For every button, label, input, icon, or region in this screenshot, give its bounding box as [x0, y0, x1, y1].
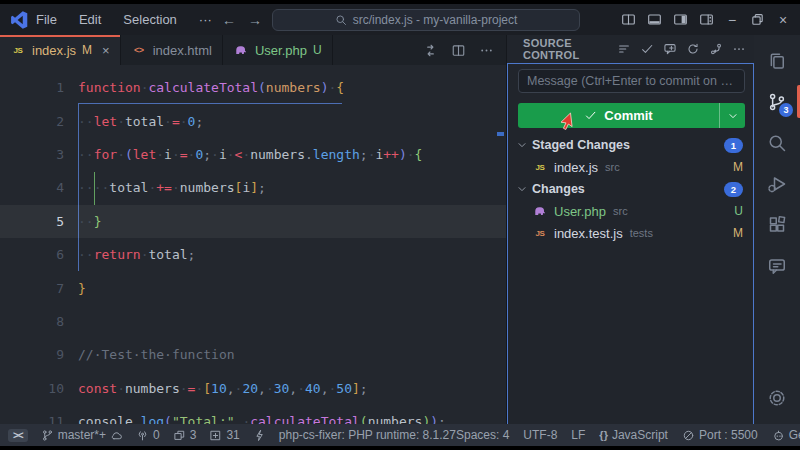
php-icon [233, 42, 249, 58]
refresh-icon[interactable] [686, 42, 700, 56]
file-row-index-js[interactable]: JSindex.jssrcM [508, 156, 753, 178]
commit-button[interactable]: Commit [518, 103, 745, 128]
code-line-3[interactable]: 3··for·(let·i·=·0;·i·<·numbers.length;·i… [0, 138, 506, 171]
file-row-user-php[interactable]: User.phpsrcU [508, 200, 753, 222]
editor-more-actions-icon[interactable] [479, 43, 494, 58]
status-item-window-count[interactable]: 3 [173, 428, 197, 442]
menu-bar: FileEditSelection··· [36, 12, 212, 27]
tab-index-js[interactable]: JSindex.jsM× [0, 35, 121, 65]
branch-icon [41, 429, 54, 442]
run-debug-icon [767, 174, 787, 194]
changes-group-changes[interactable]: Changes2 [508, 178, 753, 200]
plusbox-icon [209, 429, 222, 442]
status-item-gemini[interactable]: Gemini [772, 428, 800, 442]
check-icon[interactable] [640, 42, 654, 56]
menu-item-selection[interactable]: Selection [123, 12, 176, 27]
status-item-language-mode[interactable]: {}JavaScript [599, 428, 668, 442]
customize-layout-icon[interactable] [699, 12, 714, 27]
code-line-2[interactable]: 2··let·total·=·0; [0, 104, 506, 137]
file-status: M [733, 226, 743, 240]
code-line-10[interactable]: 10const·numbers·=·[10,·20,·30,·40,·50]; [0, 372, 506, 405]
explorer-icon [767, 51, 787, 71]
html-icon: <> [131, 42, 147, 58]
menu-item-moremoremore[interactable]: ··· [199, 12, 212, 27]
toggle-secondary-sidebar-icon[interactable] [673, 12, 688, 27]
status-item-box-count[interactable]: 31 [209, 428, 239, 442]
code-line-5[interactable]: 5··} [0, 205, 506, 238]
group-count-badge: 1 [724, 138, 743, 153]
commit-button-label: Commit [604, 108, 652, 123]
line-number: 2 [0, 114, 64, 129]
status-item-port[interactable]: Port : 5500 [682, 428, 758, 442]
source-control-panel: SOURCE CONTROL Commit Staged Changes1JSi… [506, 35, 754, 424]
code-line-8[interactable]: 8 [0, 305, 506, 338]
line-number: 10 [0, 381, 64, 396]
file-name: index.js [554, 160, 598, 175]
changes-group-staged-changes[interactable]: Staged Changes1 [508, 134, 753, 156]
settings-icon [767, 388, 787, 408]
braces-icon: {} [599, 429, 608, 441]
vscode-window: FileEditSelection··· ← → src/index.js - … [0, 0, 800, 450]
code-line-9[interactable]: 9//·Test·the·function [0, 338, 506, 371]
code-editor[interactable]: 1function·calculateTotal(numbers)·{2··le… [0, 65, 506, 424]
activity-badge: 3 [779, 103, 793, 117]
split-editor-icon[interactable] [451, 43, 466, 58]
graph-icon[interactable] [709, 42, 723, 56]
status-item-indentation[interactable]: Spaces: 4 [456, 428, 509, 442]
toggle-panel-left-icon[interactable] [621, 12, 636, 27]
code-line-1[interactable]: 1function·calculateTotal(numbers)·{ [0, 71, 506, 104]
activity-bar: 3 [754, 35, 800, 424]
menu-item-edit[interactable]: Edit [79, 12, 101, 27]
status-item-git-branch[interactable]: master*+ [41, 428, 123, 442]
back-arrow-button[interactable]: ← [222, 12, 236, 28]
file-status: M [733, 160, 743, 174]
activity-item-extensions[interactable] [754, 204, 800, 245]
extensions-icon [767, 215, 787, 235]
workbench: JSindex.jsM×<>index.htmlUser.phpU 1funct… [0, 35, 800, 424]
tab-status-badge: U [313, 43, 322, 57]
tab-index-html[interactable]: <>index.html [121, 35, 223, 65]
code-line-6[interactable]: 6··return·total; [0, 238, 506, 271]
activity-item-run-debug[interactable] [754, 163, 800, 204]
kebab-icon[interactable] [732, 42, 746, 56]
comment-plus-icon[interactable] [663, 42, 677, 56]
broadcast-icon [136, 429, 149, 442]
activity-item-search[interactable] [754, 122, 800, 163]
status-item-eol[interactable]: LF [571, 428, 585, 442]
command-center[interactable]: src/index.js - my-vanilla-project [272, 9, 580, 31]
code-line-7[interactable]: 7} [0, 271, 506, 304]
vscode-logo-icon [10, 11, 28, 29]
minimize-button[interactable]: − [725, 12, 739, 28]
status-item-php-cs-fixer[interactable]: php-cs-fixer: PHP runtime: 8.1.27 [279, 428, 456, 442]
status-item-label: master*+ [58, 428, 106, 442]
tab-user-php[interactable]: User.phpU [223, 35, 333, 65]
php-elephant-icon [234, 43, 248, 57]
status-item-broadcast-count[interactable]: 0 [136, 428, 160, 442]
line-number: 3 [0, 147, 64, 162]
activity-item-chat[interactable] [754, 245, 800, 286]
toggle-panel-icon[interactable] [647, 12, 662, 27]
activity-item-explorer[interactable] [754, 40, 800, 81]
filter-icon[interactable] [617, 42, 631, 56]
commit-message-input[interactable] [518, 69, 745, 93]
code-line-11[interactable]: 11console.log("Total:",·calculateTotal(n… [0, 405, 506, 424]
file-row-index-test-js[interactable]: JSindex.test.jstestsM [508, 222, 753, 244]
restore-button[interactable] [750, 12, 765, 27]
bolt-icon [253, 429, 266, 442]
line-text: function·calculateTotal(numbers)·{ [78, 80, 344, 95]
tab-close-icon[interactable]: × [102, 43, 110, 58]
forward-arrow-button[interactable]: → [248, 12, 262, 28]
code-line-4[interactable]: 4····total·+=·numbers[i]; [0, 171, 506, 204]
status-item-bolt[interactable] [253, 429, 266, 442]
open-changes-icon[interactable] [423, 43, 438, 58]
menu-item-file[interactable]: File [36, 12, 57, 27]
activity-item-source-control[interactable]: 3 [754, 81, 800, 122]
js-test-icon: JS [532, 225, 548, 241]
status-item-encoding[interactable]: UTF-8 [523, 428, 557, 442]
title-bar: FileEditSelection··· ← → src/index.js - … [0, 4, 800, 35]
bottom-letterbox [0, 446, 800, 450]
activity-item-settings[interactable] [754, 377, 800, 418]
close-button[interactable]: × [776, 12, 790, 28]
status-item-remote-indicator[interactable]: >< [8, 429, 28, 442]
commit-dropdown-button[interactable] [719, 103, 745, 128]
